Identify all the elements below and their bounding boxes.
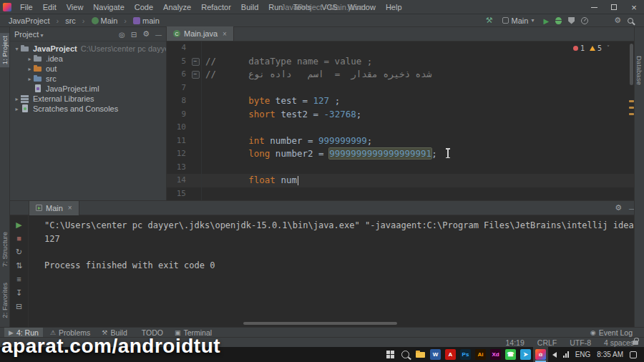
menu-icon[interactable]: ≡	[16, 275, 21, 283]
fold-marker-icon[interactable]	[190, 161, 201, 175]
menu-item[interactable]: Edit	[38, 0, 62, 14]
tree-expand-icon[interactable]: ▸	[26, 56, 34, 62]
code-line[interactable]: 4	[167, 41, 634, 55]
menu-item[interactable]: Code	[130, 0, 158, 14]
fold-marker-icon[interactable]	[190, 82, 201, 95]
run-config-selector[interactable]: Main	[499, 16, 537, 26]
breadcrumb-item[interactable]: Main	[90, 16, 132, 25]
lock-icon[interactable]	[633, 341, 638, 345]
volume-icon[interactable]	[550, 352, 557, 358]
menu-item[interactable]: Refactor	[196, 0, 236, 14]
code-line[interactable]: 13	[167, 161, 634, 175]
fold-marker-icon[interactable]	[190, 121, 201, 134]
tree-expand-icon[interactable]: ▸	[26, 66, 34, 72]
status-item[interactable]: CRLF	[537, 338, 557, 347]
menu-item[interactable]: Build	[236, 0, 263, 14]
taskbar-word[interactable]: W	[428, 347, 443, 362]
tree-row[interactable]: ▸ External Libraries	[10, 94, 166, 104]
error-stripe-mark[interactable]	[629, 107, 634, 109]
toolwindow-event-log[interactable]: ◉ Event Log	[586, 328, 637, 338]
settings-gear-icon[interactable]	[614, 16, 621, 25]
run-tab-close-icon[interactable]	[68, 204, 72, 212]
network-icon[interactable]	[563, 351, 569, 358]
chevron-down-icon[interactable]: ˅	[607, 45, 610, 52]
taskbar-illustrator[interactable]: Ai	[473, 347, 488, 362]
editor-scrollbar[interactable]	[630, 44, 633, 85]
taskbar-photoshop[interactable]: Ps	[458, 347, 473, 362]
clear-icon[interactable]: ⊟	[16, 302, 22, 310]
code-editor[interactable]: 4 5 // dataType name = value ; 6 // نوع‎…	[167, 41, 634, 200]
tray-expand-icon[interactable]: ∧	[539, 351, 543, 358]
fold-marker-icon[interactable]	[190, 55, 201, 69]
run-tab-main[interactable]: Main	[29, 201, 79, 215]
status-item[interactable]: UTF-8	[570, 338, 591, 347]
start-button[interactable]	[383, 347, 398, 362]
maximize-button[interactable]	[604, 0, 624, 14]
build-hammer-icon[interactable]	[486, 16, 493, 25]
console-scrollb​ar[interactable]	[243, 322, 397, 325]
fold-marker-icon[interactable]	[190, 94, 201, 108]
tree-row[interactable]: ▸ .idea	[10, 54, 166, 64]
search-everywhere-icon[interactable]	[628, 18, 633, 24]
tree-expand-icon[interactable]: ▸	[13, 106, 21, 112]
debug-button[interactable]	[555, 17, 562, 24]
taskbar-telegram[interactable]: ➤	[518, 347, 533, 362]
breadcrumb-item[interactable]: src	[64, 16, 89, 25]
menu-item[interactable]: File	[15, 0, 38, 14]
status-item[interactable]: 14:19	[506, 338, 525, 347]
tree-row[interactable]: ▸ Scratches and Consoles	[10, 104, 166, 114]
code-line[interactable]: 8 byte test = 127 ;	[167, 94, 634, 108]
menu-item[interactable]: Navigate	[88, 0, 129, 14]
inspections-widget[interactable]: 1 5 ˅	[573, 44, 610, 52]
scroll-end-icon[interactable]: ↧	[16, 288, 22, 297]
error-stripe-mark[interactable]	[629, 113, 634, 115]
restart-icon[interactable]: ↻	[16, 248, 22, 256]
fold-marker-icon[interactable]	[190, 108, 201, 122]
run-settings-gear-icon[interactable]	[615, 203, 622, 212]
code-line[interactable]: 14 float num	[167, 174, 634, 187]
code-line[interactable]: 11 int number = 999999999;	[167, 134, 634, 148]
breadcrumb-item[interactable]: JavaProject	[7, 16, 64, 25]
code-line[interactable]: 10	[167, 121, 634, 134]
taskbar-search-button[interactable]	[398, 347, 413, 362]
tree-row[interactable]: ▸ out	[10, 64, 166, 74]
rerun-icon[interactable]: ▶	[16, 220, 21, 229]
code-line[interactable]: 12 long number2 = 9999999999999999991;	[167, 147, 634, 161]
editor-tab-main-java[interactable]: C Main.java	[167, 26, 234, 41]
tab-close-icon[interactable]	[223, 30, 227, 38]
fold-marker-icon[interactable]	[190, 147, 201, 161]
tree-expand-icon[interactable]: ▾	[13, 46, 21, 52]
tree-expand-icon[interactable]: ▸	[13, 96, 21, 102]
taskbar-acrobat[interactable]: A	[443, 347, 458, 362]
code-line[interactable]: 15	[167, 187, 634, 201]
toolstrip-database[interactable]: Database	[635, 53, 644, 88]
stop-icon[interactable]: ■	[16, 234, 21, 243]
fold-marker-icon[interactable]	[190, 41, 201, 55]
menu-item[interactable]: Help	[381, 0, 407, 14]
close-button[interactable]	[624, 0, 644, 14]
panel-settings-icon[interactable]	[142, 29, 150, 39]
code-line[interactable]: 6 // نوع‎ داده‎ اسم‎ = مقدار‎ ذخیره‎ شده…	[167, 68, 634, 82]
run-button[interactable]	[543, 16, 549, 25]
taskbar-whatsapp[interactable]: ☎	[503, 347, 518, 362]
toolstrip-project[interactable]: 1: Project	[0, 33, 9, 67]
tree-row[interactable]: ▾ JavaProject C:\Users\center pc dayyer\…	[10, 44, 166, 54]
coverage-button[interactable]	[568, 17, 575, 24]
fold-marker-icon[interactable]	[190, 134, 201, 148]
clock[interactable]: 8:35 AM	[597, 351, 623, 358]
profiler-button[interactable]	[581, 17, 588, 24]
hide-panel-icon[interactable]	[155, 30, 162, 39]
tree-expand-icon[interactable]: ▸	[26, 76, 34, 82]
fold-marker-icon[interactable]	[190, 68, 201, 82]
minimize-button[interactable]	[584, 0, 604, 14]
fold-marker-icon[interactable]	[190, 187, 201, 201]
code-line[interactable]: 5 // dataType name = value ;	[167, 55, 634, 69]
taskbar-file-explorer[interactable]	[413, 347, 428, 362]
error-stripe-mark[interactable]	[629, 100, 634, 102]
fold-marker-icon[interactable]	[190, 174, 201, 187]
toolstrip-favorites[interactable]: 2: Favorites	[0, 280, 9, 321]
locate-icon[interactable]	[119, 30, 125, 39]
action-center-icon[interactable]	[630, 351, 637, 358]
taskbar-xd[interactable]: Xd	[488, 347, 503, 362]
tree-row[interactable]: JavaProject.iml	[10, 84, 166, 94]
